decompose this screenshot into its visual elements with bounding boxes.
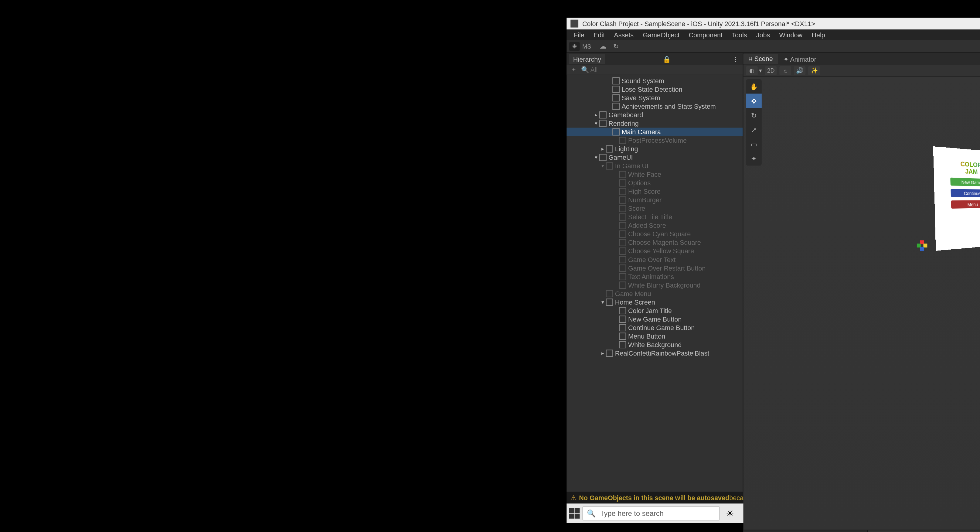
hierarchy-item[interactable]: NumBurger (566, 196, 743, 204)
menu-window[interactable]: Window (775, 31, 807, 38)
taskbar-search[interactable]: 🔍Type here to search (582, 506, 720, 521)
scale-tool[interactable]: ⤢ (746, 123, 762, 137)
menu-tools[interactable]: Tools (727, 31, 752, 38)
hierarchy-item[interactable]: ▸Gameboard (566, 110, 743, 119)
menu-component[interactable]: Component (684, 31, 727, 38)
warning-icon: ⚠ (570, 494, 576, 501)
hierarchy-item[interactable]: White Face (566, 170, 743, 179)
hierarchy-item[interactable]: Sound System (566, 76, 743, 85)
menu-help[interactable]: Help (807, 31, 830, 38)
hierarchy-item[interactable]: Added Score (566, 221, 743, 230)
hierarchy-item[interactable]: Select Tile Title (566, 213, 743, 221)
project-panel: 📁 Project ▣ Console + ▾ TypesGraphics▾Pl… (743, 530, 868, 532)
hierarchy-item[interactable]: Score (566, 204, 743, 213)
audio-toggle[interactable]: 🔊 (794, 66, 806, 75)
rect-tool[interactable]: ▭ (746, 137, 762, 151)
hierarchy-item[interactable]: White Background (566, 340, 743, 349)
hierarchy-item[interactable]: Color Jam Title (566, 306, 743, 315)
menubar: FileEditAssetsGameObjectComponentToolsJo… (566, 29, 980, 40)
hierarchy-search[interactable]: 🔍 All (581, 66, 598, 73)
hierarchy-panel: Hierarchy 🔒 ⋮ + 🔍 All Sound SystemLose S… (566, 53, 743, 492)
fx-toggle[interactable]: ✨ (808, 66, 820, 75)
shade-mode-dropdown[interactable]: ◐ (746, 66, 758, 75)
transform-tool[interactable]: ✦ (746, 151, 762, 166)
main-toolbar: ◉ MS ☁ ↻ ▶ ❚❚ ▶| ↺ 🔍 Layers ▾ Layout ▾ (566, 40, 980, 53)
hierarchy-item[interactable]: Achievements and Stats System (566, 102, 743, 110)
move-tool[interactable]: ✥ (746, 94, 762, 108)
start-button[interactable] (569, 508, 580, 519)
hierarchy-item[interactable]: Choose Magenta Square (566, 238, 743, 247)
hierarchy-item[interactable]: Lose State Detection (566, 85, 743, 94)
hierarchy-item[interactable]: Game Over Restart Button (566, 264, 743, 272)
scene-blocks[interactable] (917, 240, 928, 251)
menu-edit[interactable]: Edit (589, 31, 609, 38)
window-title: Color Clash Project - SampleScene - iOS … (582, 20, 815, 27)
collab-icon[interactable]: ↻ (611, 41, 622, 51)
menu-jobs[interactable]: Jobs (752, 31, 775, 38)
hierarchy-item[interactable]: High Score (566, 187, 743, 196)
hierarchy-item[interactable]: Choose Yellow Square (566, 247, 743, 255)
tray-weather-icon[interactable]: ☀ (722, 506, 738, 521)
menu-assets[interactable]: Assets (609, 31, 638, 38)
account-label[interactable]: MS (582, 43, 591, 49)
scene-tab[interactable]: ⌗ Scene (743, 54, 778, 64)
light-toggle[interactable]: ☼ (780, 66, 791, 75)
hierarchy-item[interactable]: New Game Button (566, 315, 743, 323)
hierarchy-item[interactable]: Continue Game Button (566, 323, 743, 332)
hierarchy-item[interactable]: PostProcessVolume (566, 136, 743, 145)
rotate-tool[interactable]: ↻ (746, 108, 762, 123)
hand-tool[interactable]: ✋ (746, 79, 762, 94)
unity-icon (570, 20, 578, 28)
hierarchy-item[interactable]: ▸Lighting (566, 145, 743, 153)
search-icon: 🔍 (587, 509, 596, 518)
hierarchy-item[interactable]: Choose Cyan Square (566, 230, 743, 238)
hierarchy-item[interactable]: Menu Button (566, 332, 743, 340)
hierarchy-item[interactable]: Options (566, 179, 743, 187)
menu-file[interactable]: File (569, 31, 589, 38)
animator-tab[interactable]: ✦ Animator (778, 54, 821, 64)
hierarchy-item[interactable]: Game Menu (566, 289, 743, 298)
hierarchy-tab[interactable]: Hierarchy (569, 54, 605, 64)
cloud-icon[interactable]: ☁ (598, 41, 608, 51)
panel-options-icon[interactable]: ⋮ (732, 55, 739, 62)
hierarchy-item[interactable]: ▾GameUI (566, 153, 743, 162)
hierarchy-item[interactable]: Game Over Text (566, 255, 743, 264)
scene-canvas-object[interactable]: COLORJAM New Game Continue Menu (933, 147, 980, 251)
window-titlebar: Color Clash Project - SampleScene - iOS … (566, 18, 980, 29)
2d-toggle[interactable]: 2D (765, 66, 777, 75)
hierarchy-item[interactable]: ▾Rendering (566, 119, 743, 127)
scene-viewport[interactable]: ✋ ✥ ↻ ⤢ ▭ ✦ < Persp (743, 76, 980, 530)
project-breadcrumb[interactable]: ◂ Assets› Easy Save 3› Types 🔍 ⊞ ⚙ ✦ 👁 6… (868, 530, 980, 532)
hierarchy-item[interactable]: Main Camera (566, 127, 743, 136)
account-icon[interactable]: ◉ (569, 41, 580, 51)
hierarchy-item[interactable]: White Blurry Background (566, 281, 743, 289)
add-gameobject-button[interactable]: + (569, 66, 578, 73)
hierarchy-item[interactable]: ▾In Game UI (566, 162, 743, 170)
hierarchy-item[interactable]: ▸RealConfettiRainbowPastelBlast (566, 349, 743, 357)
hierarchy-item[interactable]: Text Animations (566, 272, 743, 281)
hierarchy-item[interactable]: Save System (566, 94, 743, 102)
hierarchy-item[interactable]: ▾Home Screen (566, 298, 743, 306)
menu-gameobject[interactable]: GameObject (638, 31, 684, 38)
lock-icon[interactable]: 🔒 (663, 55, 671, 62)
